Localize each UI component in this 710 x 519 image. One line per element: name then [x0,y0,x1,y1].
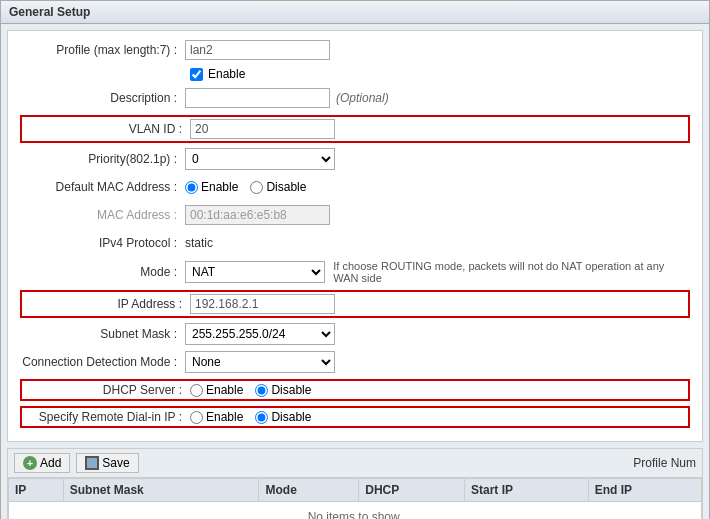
specify-remote-label: Specify Remote Dial-in IP : [25,410,190,424]
col-start-ip: Start IP [464,479,588,502]
subnet-mask-select[interactable]: 255.255.255.0/24 255.255.0.0/16 255.0.0.… [185,323,335,345]
mode-control: NATROUTING If choose ROUTING mode, packe… [185,260,690,284]
description-control: (Optional) [185,88,690,108]
description-label: Description : [20,91,185,105]
default-mac-label: Default MAC Address : [20,180,185,194]
optional-text: (Optional) [336,91,389,105]
ip-address-label: IP Address : [25,297,190,311]
default-mac-control: Enable Disable [185,180,690,194]
col-mode: Mode [259,479,359,502]
save-icon [85,456,99,470]
profile-num-label: Profile Num [633,456,696,470]
specify-remote-row: Specify Remote Dial-in IP : Enable Disab… [20,406,690,428]
specify-remote-control: Enable Disable [190,410,685,424]
default-mac-disable-label[interactable]: Disable [250,180,306,194]
default-mac-row: Default MAC Address : Enable Disable [20,176,690,198]
default-mac-enable-radio[interactable] [185,181,198,194]
specify-remote-enable-label[interactable]: Enable [190,410,243,424]
ip-address-row: IP Address : [20,290,690,318]
col-end-ip: End IP [588,479,701,502]
priority-label: Priority(802.1p) : [20,152,185,166]
profile-row: Profile (max length:7) : lan2 [20,39,690,61]
default-mac-enable-label[interactable]: Enable [185,180,238,194]
profile-control: lan2 [185,40,690,60]
dhcp-server-label: DHCP Server : [25,383,190,397]
ipv4-protocol-row: IPv4 Protocol : static [20,232,690,254]
vlan-id-input[interactable] [190,119,335,139]
dhcp-enable-label[interactable]: Enable [190,383,243,397]
add-label: Add [40,456,61,470]
connection-detection-control: NonePingARP [185,351,690,373]
connection-detection-label: Connection Detection Mode : [20,355,185,369]
priority-row: Priority(802.1p) : 0123 [20,148,690,170]
priority-control: 0123 [185,148,690,170]
col-ip: IP [9,479,64,502]
connection-detection-row: Connection Detection Mode : NonePingARP [20,351,690,373]
table-area: + Add Save Profile Num IP Subnet Mask Mo… [7,448,703,519]
specify-remote-enable-radio[interactable] [190,411,203,424]
no-items-row: No items to show. [9,502,702,520]
mode-select[interactable]: NATROUTING [185,261,325,283]
no-items-text: No items to show. [9,502,702,520]
description-row: Description : (Optional) [20,87,690,109]
save-label: Save [102,456,129,470]
ipv4-protocol-control: static [185,236,690,250]
col-subnet-mask: Subnet Mask [63,479,259,502]
mode-label: Mode : [20,265,185,279]
add-button[interactable]: + Add [14,453,70,473]
mac-address-control [185,205,690,225]
enable-label: Enable [208,67,245,81]
dhcp-enable-radio[interactable] [190,384,203,397]
ip-address-input[interactable] [190,294,335,314]
priority-select[interactable]: 0123 [185,148,335,170]
specify-remote-disable-radio[interactable] [255,411,268,424]
table-toolbar: + Add Save Profile Num [8,449,702,478]
profile-input[interactable]: lan2 [185,40,330,60]
dhcp-disable-label[interactable]: Disable [255,383,311,397]
form-content: Profile (max length:7) : lan2 Enable Des… [7,30,703,442]
profiles-table: IP Subnet Mask Mode DHCP Start IP End IP… [8,478,702,519]
mode-row: Mode : NATROUTING If choose ROUTING mode… [20,260,690,284]
ip-address-control [190,294,685,314]
subnet-mask-label: Subnet Mask : [20,327,185,341]
general-setup-window: General Setup Profile (max length:7) : l… [0,0,710,519]
ipv4-protocol-value: static [185,236,213,250]
dhcp-disable-radio[interactable] [255,384,268,397]
subnet-mask-control: 255.255.255.0/24 255.255.0.0/16 255.0.0.… [185,323,690,345]
window-title: General Setup [1,1,709,24]
profile-label: Profile (max length:7) : [20,43,185,57]
mac-address-row: MAC Address : [20,204,690,226]
dhcp-server-control: Enable Disable [190,383,685,397]
vlan-id-row: VLAN ID : [20,115,690,143]
add-icon: + [23,456,37,470]
description-input[interactable] [185,88,330,108]
mac-address-label: MAC Address : [20,208,185,222]
mode-info-text: If choose ROUTING mode, packets will not… [333,260,690,284]
enable-checkbox[interactable] [190,68,203,81]
ipv4-protocol-label: IPv4 Protocol : [20,236,185,250]
subnet-mask-row: Subnet Mask : 255.255.255.0/24 255.255.0… [20,323,690,345]
vlan-id-control [190,119,685,139]
specify-remote-disable-label[interactable]: Disable [255,410,311,424]
save-button[interactable]: Save [76,453,138,473]
vlan-id-label: VLAN ID : [25,122,190,136]
toolbar-left: + Add Save [14,453,139,473]
table-header-row: IP Subnet Mask Mode DHCP Start IP End IP [9,479,702,502]
mac-address-input[interactable] [185,205,330,225]
default-mac-disable-radio[interactable] [250,181,263,194]
connection-detection-select[interactable]: NonePingARP [185,351,335,373]
dhcp-server-row: DHCP Server : Enable Disable [20,379,690,401]
col-dhcp: DHCP [359,479,465,502]
enable-row: Enable [20,67,690,81]
